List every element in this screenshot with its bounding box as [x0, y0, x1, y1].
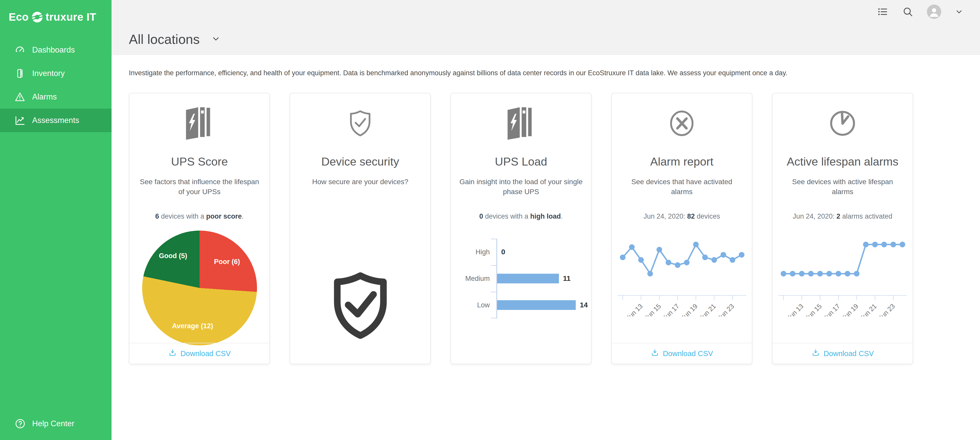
ups-icon: [182, 104, 217, 142]
svg-text:Jun 17: Jun 17: [822, 302, 841, 316]
topbar: All locations: [111, 0, 980, 55]
active-lifespan-alarms-line-chart: Jun 13Jun 15Jun 17Jun 19Jun 21Jun 23: [776, 227, 909, 316]
download-icon: [168, 348, 177, 359]
card-chart: HighMediumLow01114: [457, 221, 585, 318]
sidebar-item-alarms[interactable]: Alarms: [0, 85, 111, 109]
card-title: Device security: [321, 155, 399, 168]
pie-slice-label: Good (5): [159, 252, 187, 260]
bar-value-label: 0: [501, 248, 505, 256]
chevron-down-icon[interactable]: [211, 34, 221, 45]
bar-category-label: Low: [457, 292, 496, 318]
alarm-report-line-chart: Jun 13Jun 15Jun 17Jun 19Jun 21Jun 23: [616, 227, 748, 316]
card-subtitle: See devices that have activated alarms: [620, 177, 744, 197]
card-chart: Poor (6)Average (12)Good (5): [142, 221, 257, 345]
sidebar-item-label: Inventory: [32, 69, 65, 78]
card-title: Alarm report: [650, 155, 714, 168]
card-subtitle: Gain insight into the load of your singl…: [459, 177, 583, 197]
bar-category-label: Medium: [457, 265, 496, 292]
svg-text:Jun 23: Jun 23: [877, 302, 896, 316]
cards-row: UPS ScoreSee factors that influence the …: [129, 93, 964, 364]
axis-tick: [491, 292, 497, 292]
download-csv-link[interactable]: Download CSV: [129, 343, 269, 364]
card-stat: 6 devices with a poor score.: [155, 213, 244, 221]
card-device-security[interactable]: Device securityHow secure are your devic…: [290, 93, 431, 364]
bar-value-label: 11: [563, 275, 571, 283]
clock-icon: [827, 104, 859, 142]
svg-text:Jun 13: Jun 13: [625, 302, 644, 316]
axis-tick: [491, 318, 497, 318]
chevron-down-icon[interactable]: [955, 7, 964, 16]
sidebar-item-inventory[interactable]: Inventory: [0, 62, 111, 85]
gauge-icon: [14, 44, 25, 56]
svg-text:Jun 13: Jun 13: [785, 302, 805, 316]
download-csv-link[interactable]: Download CSV: [612, 343, 752, 364]
card-subtitle: See devices with active lifespan alarms: [781, 177, 905, 197]
card-stat: Jun 24, 2020: 2 alarms activated: [793, 213, 892, 221]
card-title: UPS Load: [495, 155, 547, 168]
svg-text:Jun 23: Jun 23: [716, 302, 735, 316]
ups-load-bar-chart: HighMediumLow01114: [457, 239, 585, 318]
svg-text:Jun 21: Jun 21: [698, 302, 717, 316]
download-csv-label: Download CSV: [663, 349, 713, 358]
intro-text: Investigate the performance, efficiency,…: [129, 55, 964, 77]
card-stat: 0 devices with a high load.: [479, 213, 563, 221]
search-icon[interactable]: [902, 6, 914, 17]
svg-text:Jun 19: Jun 19: [679, 302, 699, 316]
card-active-lifespan-alarms[interactable]: Active lifespan alarmsSee devices with a…: [772, 93, 913, 364]
bar: [497, 300, 576, 310]
shield-check-icon: [344, 104, 376, 142]
card-chart: Jun 13Jun 15Jun 17Jun 19Jun 21Jun 23: [776, 221, 909, 317]
bar-plot-area: 01114: [496, 239, 588, 318]
assessments-icon: [14, 115, 25, 126]
ups-icon: [504, 104, 538, 142]
list-icon[interactable]: [877, 6, 889, 17]
svg-text:Jun 15: Jun 15: [803, 302, 823, 316]
alarm-triangle-icon: [14, 91, 25, 103]
sidebar-item-label: Assessments: [32, 116, 79, 125]
bar-row: 0: [497, 239, 588, 265]
card-ups-load[interactable]: UPS LoadGain insight into the load of yo…: [450, 93, 592, 364]
bar-category-label: High: [457, 239, 496, 265]
location-selector-label: All locations: [129, 32, 200, 47]
download-csv-link[interactable]: Download CSV: [773, 343, 913, 364]
card-title: UPS Score: [171, 155, 228, 168]
circle-x-icon: [666, 104, 698, 142]
help-icon: [14, 418, 26, 430]
download-icon: [651, 348, 659, 359]
bar-row: 14: [497, 292, 588, 318]
sidebar-item-dashboards[interactable]: Dashboards: [0, 38, 111, 62]
download-csv-label: Download CSV: [180, 349, 231, 358]
person-icon: [928, 6, 940, 19]
ups-score-pie-chart: Poor (6)Average (12)Good (5): [142, 230, 257, 345]
logo-text-eco: Eco: [9, 11, 29, 23]
axis-tick: [491, 239, 497, 239]
sidebar-item-label: Alarms: [32, 92, 57, 102]
pie-slice-label: Average (12): [172, 322, 213, 330]
sidebar-item-assessments[interactable]: Assessments: [0, 109, 111, 132]
axis-tick: [491, 265, 497, 266]
user-avatar[interactable]: [927, 5, 941, 19]
app-logo: Eco truxure IT: [0, 0, 111, 25]
shield-check-bold-icon: [321, 264, 400, 349]
card-title: Active lifespan alarms: [787, 155, 899, 168]
inventory-icon: [14, 68, 25, 79]
sidebar-item-help-center[interactable]: Help Center: [0, 414, 111, 434]
sidebar: Eco truxure IT DashboardsInventoryAlarms…: [0, 0, 111, 440]
card-alarm-report[interactable]: Alarm reportSee devices that have activa…: [611, 93, 752, 364]
sidebar-menu: DashboardsInventoryAlarmsAssessments: [0, 38, 111, 132]
assessments-page: Investigate the performance, efficiency,…: [111, 55, 980, 364]
bar: [497, 274, 559, 283]
schneider-electric-logo-icon: [29, 9, 45, 25]
location-selector[interactable]: All locations: [129, 32, 221, 47]
help-center-label: Help Center: [32, 419, 74, 428]
bar-row: 11: [497, 265, 588, 292]
svg-text:Jun 17: Jun 17: [661, 302, 680, 316]
card-ups-score[interactable]: UPS ScoreSee factors that influence the …: [129, 93, 270, 364]
main-area: All locations Investigate the performanc…: [111, 0, 980, 364]
topbar-icons: [877, 5, 964, 19]
download-csv-label: Download CSV: [824, 349, 874, 358]
download-icon: [811, 348, 820, 359]
svg-text:Jun 21: Jun 21: [859, 302, 878, 316]
svg-text:Jun 19: Jun 19: [840, 302, 859, 316]
bar-category-labels: HighMediumLow: [457, 239, 496, 318]
